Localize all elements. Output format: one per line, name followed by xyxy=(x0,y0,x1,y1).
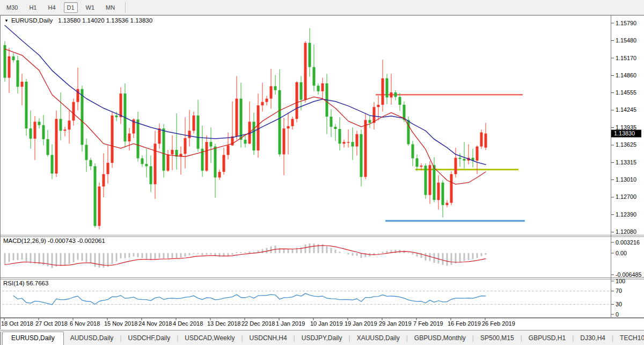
price-axis-tick-label: 1.14860 xyxy=(616,72,636,78)
time-axis-label: 15 Nov 2018 xyxy=(104,320,137,327)
candle-bull xyxy=(72,102,75,121)
candle-bull xyxy=(450,174,453,203)
candle-bull xyxy=(55,119,58,174)
timeframe-button-w1[interactable]: W1 xyxy=(83,2,98,13)
candle-bull xyxy=(261,102,264,105)
candle-bear xyxy=(334,127,337,129)
timeframe-button-h1[interactable]: H1 xyxy=(26,2,40,13)
candle-bull xyxy=(223,155,225,171)
candle-bear xyxy=(339,129,341,143)
candle-bull xyxy=(283,128,286,154)
chart-tab-usdchf[interactable]: USDCHF,Daily xyxy=(122,332,177,345)
candle-bull xyxy=(356,134,358,147)
candle-bear xyxy=(412,144,414,158)
candle-bear xyxy=(300,82,303,100)
chart-tabs-bar: EURUSD,DailyAUDUSD,Daily|USDCHF,Daily|US… xyxy=(0,330,644,345)
candle-bear xyxy=(197,116,200,149)
candle-bull xyxy=(485,133,487,147)
chart-tab-dj30[interactable]: DJ30,H4 xyxy=(574,332,612,345)
candle-bull xyxy=(107,163,109,174)
candle-bear xyxy=(51,155,54,174)
chart-tab-usdcnh[interactable]: USDCNH,H4 xyxy=(243,332,294,345)
chart-tab-gbpusd[interactable]: GBPUSD,Monthly xyxy=(408,332,472,345)
candle-bear xyxy=(12,56,15,60)
chart-tab-sp500[interactable]: SP500,M15 xyxy=(474,332,521,345)
candle-bull xyxy=(64,130,67,131)
candle-bear xyxy=(253,121,255,150)
candle-bear xyxy=(214,147,217,178)
candle-bear xyxy=(279,90,281,155)
candle-bull xyxy=(103,174,105,186)
timeframe-button-d1[interactable]: D1 xyxy=(64,2,78,13)
time-axis-label: 24 Nov 2018 xyxy=(138,320,172,327)
chart-tab-audusd[interactable]: AUDUSD,Daily xyxy=(64,332,120,345)
candle-bull xyxy=(287,126,290,128)
candle-bear xyxy=(463,159,466,161)
rsi-axis-tick-label: 0 xyxy=(616,311,619,318)
candle-bear xyxy=(352,142,354,146)
candle-bull xyxy=(154,143,157,184)
candle-bear xyxy=(17,60,19,87)
candle-bull xyxy=(446,203,449,205)
timeframe-toolbar: M30H1H4D1W1MN xyxy=(0,0,644,15)
candle-bull xyxy=(21,82,24,87)
candle-bear xyxy=(94,166,97,226)
mt4-window: M30H1H4D1W1MN 1.157901.154801.151701.148… xyxy=(0,0,644,345)
candle-bear xyxy=(459,158,462,159)
chart-tab-xauusd[interactable]: XAUUSD,Daily xyxy=(350,332,406,345)
chart-tab-usdjpy[interactable]: USDJPY,Daily xyxy=(295,332,349,345)
timeframe-button-h4[interactable]: H4 xyxy=(45,2,58,13)
time-axis-label: 7 Feb 2019 xyxy=(413,320,443,327)
candle-bull xyxy=(171,150,174,154)
chart-tab-gbpusd[interactable]: GBPUSD,H1 xyxy=(522,332,572,345)
rsi-axis-tick-label: 30 xyxy=(616,301,622,307)
time-axis-label: 16 Feb 2019 xyxy=(448,320,481,327)
chart-title: ▼EURUSD,Daily1.13580 1.14020 1.13536 1.1… xyxy=(4,17,152,24)
chart-tab-usdcad[interactable]: USDCAD,Weekly xyxy=(178,332,241,345)
time-axis-label: 10 Jan 2019 xyxy=(310,320,343,327)
candle-bull xyxy=(390,92,393,97)
chart-plot-area[interactable]: 1.157901.154801.151701.148601.145551.142… xyxy=(0,15,644,330)
chart-tab-tech100[interactable]: TECH100,H xyxy=(613,332,644,345)
candle-bear xyxy=(4,45,6,78)
candle-bear xyxy=(399,97,401,105)
price-axis-tick-label: 1.14245 xyxy=(616,106,636,113)
timeframe-button-m30[interactable]: M30 xyxy=(3,2,21,13)
symbol-dropdown-icon[interactable]: ▼ xyxy=(4,18,9,23)
candle-bull xyxy=(218,172,221,177)
price-axis-tick-label: 1.12700 xyxy=(616,193,636,200)
candle-bear xyxy=(115,116,118,117)
candle-bull xyxy=(291,119,294,126)
candle-bear xyxy=(433,165,436,200)
tab-scroll-grip[interactable] xyxy=(0,332,1,345)
candle-bull xyxy=(343,142,346,143)
time-axis-label: 29 Jan 2019 xyxy=(379,320,412,327)
price-axis-tick-label: 1.15480 xyxy=(616,37,636,44)
candle-bull xyxy=(257,105,260,150)
chart-tab-eurusd[interactable]: EURUSD,Daily xyxy=(2,332,64,345)
candle-bull xyxy=(68,120,71,130)
candle-bull xyxy=(167,154,170,170)
candle-bull xyxy=(347,142,350,143)
candle-bear xyxy=(369,120,371,123)
candle-bull xyxy=(420,166,423,167)
candle-bear xyxy=(394,92,397,97)
candle-bear xyxy=(244,140,247,143)
candle-bear xyxy=(137,119,140,158)
macd-axis-tick-label: -0.006485 xyxy=(616,271,642,278)
candle-bear xyxy=(309,43,311,67)
candle-bear xyxy=(81,89,84,145)
candle-bull xyxy=(98,186,101,226)
time-axis-label: 13 Dec 2018 xyxy=(207,320,240,327)
chart-window[interactable]: 1.157901.154801.151701.148601.145551.142… xyxy=(0,15,644,330)
candle-bull xyxy=(34,121,36,138)
candle-bull xyxy=(364,120,367,177)
candle-bull xyxy=(429,165,431,195)
timeframe-button-mn[interactable]: MN xyxy=(103,2,118,13)
candle-bear xyxy=(150,166,152,184)
time-axis-label: 6 Nov 2018 xyxy=(70,320,100,327)
rsi-axis-tick-label: 100 xyxy=(616,278,625,284)
candle-bear xyxy=(47,139,49,155)
macd-indicator-label: MACD(12,26,9) -0.000743 -0.002061 xyxy=(3,238,105,244)
candle-bear xyxy=(442,183,444,205)
